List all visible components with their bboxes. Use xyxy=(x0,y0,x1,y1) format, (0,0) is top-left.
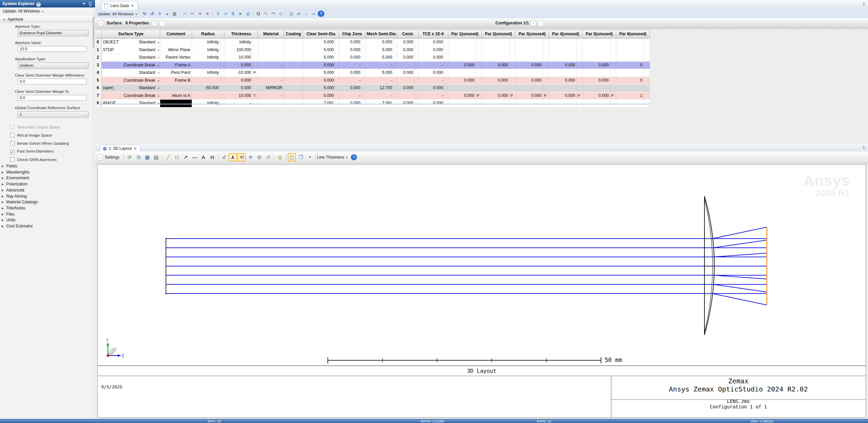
par6-cell[interactable] xyxy=(616,84,644,92)
par2-cell[interactable]: 0.000 xyxy=(482,92,510,100)
chip-zone-cell[interactable]: 0.000 xyxy=(339,84,362,92)
scrollbar-thumb[interactable] xyxy=(93,17,94,47)
tce-solve-cell[interactable] xyxy=(445,54,448,61)
surface-type-cell[interactable]: Coordinate Break ▾ xyxy=(102,77,160,84)
par6-cell[interactable] xyxy=(616,46,644,54)
material-cell[interactable] xyxy=(258,54,284,61)
par6-solve-cell[interactable] xyxy=(644,39,650,46)
par4-cell[interactable] xyxy=(549,69,577,77)
par5-solve-cell[interactable] xyxy=(610,54,616,61)
row-number-cell[interactable]: 6 xyxy=(96,84,102,92)
par2-solve-cell[interactable] xyxy=(510,77,515,84)
conic-cell[interactable]: 0.000 xyxy=(397,46,415,54)
help-circle-icon[interactable]: ? xyxy=(36,2,41,7)
column-header[interactable]: Par 5(unused) xyxy=(583,30,616,38)
tce-solve-cell[interactable] xyxy=(445,46,448,54)
thickness-solve-cell[interactable] xyxy=(253,84,258,92)
chip-zone-cell[interactable]: 0.000 xyxy=(339,54,362,61)
par6-cell[interactable]: 0 xyxy=(616,62,644,69)
surface-type-cell[interactable]: Standard ▾ xyxy=(102,54,160,61)
clear-semi-dia-cell[interactable]: 0.000 xyxy=(303,62,336,69)
par2-cell[interactable] xyxy=(482,54,510,61)
clear-solve-cell[interactable] xyxy=(336,77,339,84)
clear-semi-dia-cell[interactable]: 5.000 xyxy=(303,46,336,54)
comment-cell[interactable]: Frame B xyxy=(160,77,192,84)
column-header[interactable] xyxy=(96,30,102,38)
par1-cell[interactable] xyxy=(448,54,476,61)
par4-cell[interactable]: 0.000 xyxy=(549,77,577,84)
checkbox-icon[interactable]: ✓ xyxy=(10,150,15,154)
par4-solve-cell[interactable] xyxy=(577,84,583,92)
column-header[interactable]: Par 6(unused) xyxy=(616,30,650,38)
thickness-solve-cell[interactable]: T xyxy=(253,92,258,100)
clear-solve-cell[interactable] xyxy=(336,62,339,69)
column-header[interactable]: Par 3(unused) xyxy=(515,30,549,38)
text-icon[interactable]: A xyxy=(199,153,207,161)
thickness-solve-cell[interactable] xyxy=(253,77,258,84)
par5-cell[interactable]: 0.000 xyxy=(583,62,610,69)
comment-cell[interactable]: Pivot Point xyxy=(160,69,192,77)
table-row[interactable]: 5Coordinate Break ▾Frame B0.000-0.000---… xyxy=(96,77,650,85)
crosshair-icon[interactable]: ✛ xyxy=(156,11,163,17)
column-header[interactable]: Par 4(unused) xyxy=(549,30,583,38)
mech-semi-dia-cell[interactable]: - xyxy=(365,77,394,84)
par6-cell[interactable]: 0 xyxy=(616,77,644,84)
par1-solve-cell[interactable] xyxy=(476,77,482,84)
checkbox-icon[interactable] xyxy=(10,141,15,145)
par1-cell[interactable] xyxy=(448,46,476,54)
radius-solve-cell[interactable] xyxy=(221,84,224,92)
column-header[interactable]: Comment xyxy=(160,30,192,38)
table-row[interactable]: 4Standard ▾Pivot PointInfinity-10.000P5.… xyxy=(96,69,650,77)
wheel-icon[interactable]: ✳ xyxy=(196,11,203,17)
conic-solve-cell[interactable] xyxy=(415,69,418,77)
par6-solve-cell[interactable] xyxy=(644,54,650,61)
toggle-icon[interactable]: ⊙ xyxy=(277,11,284,17)
clock-icon[interactable]: ◔ xyxy=(305,153,314,161)
par5-cell[interactable]: 0.000 xyxy=(583,92,610,100)
coating-cell[interactable] xyxy=(284,69,303,77)
conic-cell[interactable] xyxy=(397,62,415,69)
tce-cell[interactable]: - xyxy=(418,92,445,100)
chip-solve-cell[interactable] xyxy=(362,69,365,77)
thickness-cell[interactable]: -10.000 xyxy=(224,69,253,77)
par4-solve-cell[interactable] xyxy=(577,77,583,84)
par5-cell[interactable]: 0.000 xyxy=(583,77,610,84)
checkbox-icon[interactable] xyxy=(10,133,15,137)
mech-solve-cell[interactable] xyxy=(394,62,397,69)
image-icon[interactable]: ▦ xyxy=(171,11,178,17)
coating-cell[interactable] xyxy=(284,54,303,61)
tree-collapsed-icon[interactable]: ▶ xyxy=(2,183,4,186)
go-icon[interactable]: ⇨ xyxy=(310,11,317,17)
radius-solve-cell[interactable] xyxy=(221,77,224,84)
sphere-icon[interactable]: ◍ xyxy=(244,11,251,17)
chip-solve-cell[interactable] xyxy=(362,46,365,54)
checkbox-icon[interactable] xyxy=(10,125,15,129)
tce-cell[interactable]: 0.000 xyxy=(418,46,445,54)
par5-solve-cell[interactable] xyxy=(610,84,616,92)
clear-solve-cell[interactable] xyxy=(336,54,339,61)
radius-solve-cell[interactable] xyxy=(221,46,224,54)
par3-cell[interactable] xyxy=(515,46,543,54)
sidebar-item-fields[interactable]: ▶Fields xyxy=(2,164,17,169)
par1-cell[interactable] xyxy=(448,39,476,46)
par3-solve-cell[interactable] xyxy=(543,62,549,69)
par1-solve-cell[interactable] xyxy=(476,62,482,69)
par3-cell[interactable] xyxy=(515,54,543,61)
tree-collapsed-icon[interactable]: ▶ xyxy=(2,225,4,228)
rotate-icon[interactable]: Y xyxy=(229,153,237,161)
bulb-icon[interactable]: ◍ xyxy=(276,153,284,161)
tce-solve-cell[interactable] xyxy=(445,69,448,77)
surface-type-dropdown[interactable]: Standard ▾ xyxy=(139,69,159,77)
line-icon[interactable]: — xyxy=(190,153,199,161)
surface-type-dropdown[interactable]: Standard ▾ xyxy=(139,54,159,61)
swap-vertical-icon[interactable]: ⇕ xyxy=(214,11,221,17)
pan-icon[interactable]: ✛ xyxy=(246,153,254,161)
mech-semi-dia-cell[interactable]: - xyxy=(365,62,394,69)
radius-solve-cell[interactable] xyxy=(221,69,224,77)
comment-cell[interactable]: return to A xyxy=(160,92,192,100)
clear-semi-dia-cell[interactable]: 0.000 xyxy=(303,77,336,84)
par6-solve-cell[interactable] xyxy=(644,92,650,100)
thickness-cell[interactable]: 10.000 xyxy=(224,92,253,100)
combo-aperture-type[interactable]: Entrance Pupil Diameter⌄ xyxy=(18,30,89,36)
par4-cell[interactable]: 0.000 xyxy=(549,92,577,100)
